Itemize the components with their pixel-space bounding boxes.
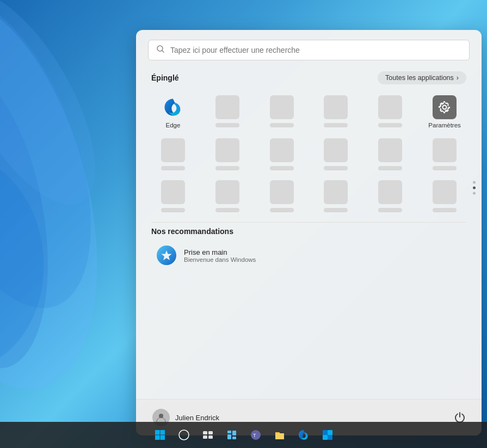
placeholder-label-13 bbox=[161, 208, 185, 212]
placeholder-label-9 bbox=[270, 166, 294, 170]
placeholder-icon-10 bbox=[324, 138, 348, 162]
placeholder-label-10 bbox=[324, 166, 348, 170]
page-dots bbox=[470, 176, 478, 200]
svg-rect-24 bbox=[323, 430, 328, 435]
svg-rect-17 bbox=[208, 435, 213, 439]
svg-rect-27 bbox=[328, 435, 332, 440]
taskbar-widgets-button[interactable] bbox=[221, 424, 243, 446]
settings-app-label: Paramètres bbox=[428, 122, 460, 128]
taskbar-edge-button[interactable] bbox=[293, 424, 315, 446]
dot-3[interactable] bbox=[473, 192, 476, 195]
svg-rect-21 bbox=[232, 437, 236, 439]
svg-rect-18 bbox=[227, 431, 231, 433]
app-item-16[interactable] bbox=[309, 175, 363, 217]
placeholder-icon-13 bbox=[161, 180, 185, 204]
app-item-9[interactable] bbox=[255, 133, 309, 175]
taskbar-teams-button[interactable]: T bbox=[245, 424, 267, 446]
svg-rect-15 bbox=[208, 431, 213, 434]
placeholder-icon-12 bbox=[433, 138, 457, 162]
app-item-8[interactable] bbox=[200, 133, 255, 175]
search-bar[interactable] bbox=[148, 40, 470, 60]
app-item-18[interactable] bbox=[417, 175, 472, 217]
desktop-swirl bbox=[0, 0, 120, 397]
placeholder-icon-4 bbox=[324, 95, 348, 119]
start-menu: Épinglé Toutes les applications › bbox=[136, 30, 482, 435]
svg-rect-11 bbox=[155, 435, 160, 440]
svg-rect-16 bbox=[203, 435, 207, 439]
app-item-2[interactable] bbox=[200, 90, 255, 133]
svg-rect-19 bbox=[227, 434, 231, 439]
placeholder-label-12 bbox=[433, 166, 457, 170]
app-item-3[interactable] bbox=[255, 90, 309, 133]
svg-rect-20 bbox=[232, 431, 236, 435]
placeholder-icon-14 bbox=[215, 180, 239, 204]
rec-item-text: Prise en main Bienvenue dans Windows bbox=[184, 248, 256, 263]
placeholder-label-7 bbox=[161, 166, 185, 170]
taskbar-task-view-button[interactable] bbox=[197, 424, 219, 446]
app-item-12[interactable] bbox=[417, 133, 472, 175]
edge-app-icon bbox=[161, 95, 185, 119]
pinned-section-header: Épinglé Toutes les applications › bbox=[151, 71, 466, 84]
taskbar-start-button[interactable] bbox=[149, 424, 171, 446]
placeholder-label-2 bbox=[215, 123, 239, 127]
placeholder-icon-5 bbox=[378, 95, 402, 119]
app-item-settings[interactable]: Paramètres bbox=[417, 90, 472, 133]
user-name: Julien Endrick bbox=[175, 414, 219, 422]
placeholder-label-16 bbox=[324, 208, 348, 212]
svg-rect-26 bbox=[323, 435, 328, 440]
placeholder-label-8 bbox=[215, 166, 239, 170]
app-item-13[interactable] bbox=[146, 175, 200, 217]
rec-item-subtitle: Bienvenue dans Windows bbox=[184, 256, 256, 263]
edge-app-label: Edge bbox=[165, 122, 180, 128]
recommendations-section: Nos recommandations Prise en main Bienve… bbox=[151, 227, 466, 269]
search-input[interactable] bbox=[170, 46, 461, 54]
placeholder-label-14 bbox=[215, 208, 239, 212]
app-item-4[interactable] bbox=[309, 90, 363, 133]
app-item-14[interactable] bbox=[200, 175, 255, 217]
placeholder-icon-3 bbox=[270, 95, 294, 119]
placeholder-icon-18 bbox=[433, 180, 457, 204]
app-item-edge[interactable]: Edge bbox=[146, 90, 200, 133]
settings-icon bbox=[433, 95, 457, 119]
app-item-15[interactable] bbox=[255, 175, 309, 217]
dot-2[interactable] bbox=[473, 187, 476, 189]
placeholder-label-11 bbox=[378, 166, 402, 170]
placeholder-icon-2 bbox=[215, 95, 239, 119]
app-item-5[interactable] bbox=[363, 90, 417, 133]
placeholder-icon-9 bbox=[270, 138, 294, 162]
placeholder-label-17 bbox=[378, 208, 402, 212]
svg-marker-7 bbox=[162, 250, 172, 260]
all-apps-label: Toutes les applications bbox=[385, 74, 454, 82]
taskbar-search-button[interactable] bbox=[173, 424, 195, 446]
placeholder-icon-8 bbox=[215, 138, 239, 162]
pinned-title: Épinglé bbox=[151, 73, 179, 82]
taskbar-explorer-button[interactable] bbox=[269, 424, 291, 446]
svg-text:T: T bbox=[253, 433, 256, 438]
app-item-11[interactable] bbox=[363, 133, 417, 175]
prise-en-main-icon bbox=[157, 246, 176, 265]
pinned-grid: Edge bbox=[146, 90, 472, 217]
placeholder-label-3 bbox=[270, 123, 294, 127]
section-divider bbox=[151, 222, 466, 223]
recommendations-title: Nos recommandations bbox=[151, 227, 466, 236]
placeholder-label-15 bbox=[270, 208, 294, 212]
svg-rect-14 bbox=[203, 431, 207, 434]
app-item-17[interactable] bbox=[363, 175, 417, 217]
svg-rect-10 bbox=[160, 430, 165, 435]
app-item-10[interactable] bbox=[309, 133, 363, 175]
rec-item-title: Prise en main bbox=[184, 248, 256, 256]
placeholder-label-4 bbox=[324, 123, 348, 127]
rec-item-prise-en-main[interactable]: Prise en main Bienvenue dans Windows bbox=[151, 241, 466, 269]
dot-1[interactable] bbox=[473, 181, 476, 184]
svg-rect-25 bbox=[328, 430, 332, 435]
svg-rect-9 bbox=[155, 430, 160, 435]
search-icon bbox=[156, 45, 165, 56]
svg-point-13 bbox=[179, 430, 189, 440]
taskbar-store-button[interactable] bbox=[317, 424, 338, 446]
placeholder-icon-7 bbox=[161, 138, 185, 162]
all-apps-button[interactable]: Toutes les applications › bbox=[378, 71, 466, 84]
app-item-7[interactable] bbox=[146, 133, 200, 175]
placeholder-icon-15 bbox=[270, 180, 294, 204]
chevron-right-icon: › bbox=[457, 74, 459, 82]
placeholder-label-5 bbox=[378, 123, 402, 127]
